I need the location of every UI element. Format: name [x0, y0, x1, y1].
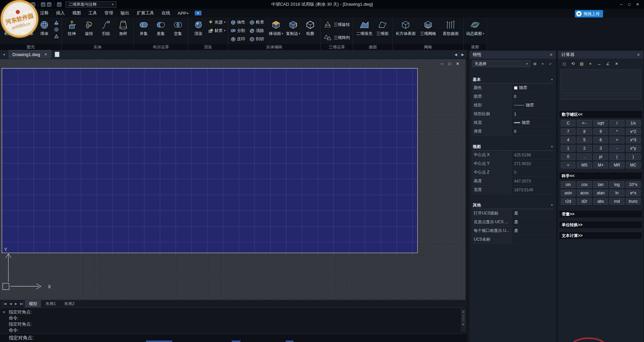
property-value[interactable]: 447.0073: [511, 177, 554, 185]
distance-icon[interactable]: ↔: [596, 61, 602, 67]
plot-preview-icon[interactable]: [57, 2, 61, 7]
dynamic-orbit-button[interactable]: 动态观察▾: [465, 18, 485, 44]
render-button[interactable]: 渲染: [190, 18, 207, 44]
last-layout-icon[interactable]: ▶|: [19, 302, 25, 305]
menu-item-view[interactable]: 视图: [68, 9, 85, 17]
calc-key-close-paren[interactable]: ): [626, 153, 641, 160]
calc-key-9[interactable]: 9: [593, 128, 608, 135]
tab-list-dropdown-icon[interactable]: ▾: [3, 53, 5, 56]
redo-icon[interactable]: [47, 2, 51, 7]
imprint-button[interactable]: 压印: [230, 35, 248, 43]
calc-key-clear[interactable]: C: [561, 120, 576, 127]
calc-key-acos[interactable]: acos: [577, 190, 592, 196]
property-value[interactable]: 是: [511, 227, 554, 235]
calc-key-memory-clear[interactable]: MC: [626, 162, 641, 168]
maximize-button[interactable]: □: [628, 2, 631, 7]
calc-key-atan[interactable]: atan: [593, 190, 608, 196]
calc-key-minus[interactable]: -: [609, 145, 624, 152]
tab-model[interactable]: 模型: [25, 300, 41, 308]
section-button[interactable]: 剖切: [248, 35, 267, 43]
prev-layout-icon[interactable]: ◀: [8, 302, 13, 305]
shell-button[interactable]: 抽壳: [230, 18, 248, 27]
text-calc-section-header[interactable]: 文本计算>>: [559, 232, 642, 239]
extrude-button[interactable]: 拉伸: [63, 18, 80, 44]
property-value[interactable]: 随层: [511, 84, 554, 92]
calc-key-plus[interactable]: +: [609, 137, 624, 143]
viewport-rectangle[interactable]: [2, 68, 418, 253]
calc-key-ln[interactable]: ln: [609, 190, 624, 196]
property-value[interactable]: 是: [511, 209, 554, 217]
panel-splitter-arrows[interactable]: ◀▶: [455, 52, 467, 57]
calc-key-3[interactable]: 3: [593, 145, 608, 152]
calc-key-cube[interactable]: x^3: [626, 137, 641, 143]
calc-key-ex[interactable]: e^x: [626, 190, 641, 196]
3d-face-button[interactable]: 三维面: [374, 18, 391, 44]
close-properties-icon[interactable]: ✕: [550, 53, 553, 57]
menu-item-manage[interactable]: 管理: [101, 9, 117, 17]
calc-key-power[interactable]: x^y: [626, 145, 641, 152]
property-value[interactable]: 0: [511, 168, 554, 177]
collapse-left-icon[interactable]: ◀: [455, 53, 457, 56]
unit-conversion-section-header[interactable]: 单位转换>>: [559, 222, 642, 228]
calc-key-8[interactable]: 8: [577, 128, 592, 135]
calc-key-equals[interactable]: =: [561, 162, 576, 168]
move-face-button[interactable]: 移动面▾: [268, 18, 284, 44]
calc-key-memory-store[interactable]: MS: [577, 162, 592, 168]
calc-key-4[interactable]: 4: [561, 137, 576, 143]
drag-upload-button[interactable]: 拖拽上传: [575, 10, 603, 17]
variables-section-header[interactable]: 变量>>: [559, 211, 642, 217]
2d-fill-button[interactable]: 二维填充: [355, 18, 374, 44]
section-header[interactable]: 其他 ▾: [472, 202, 554, 209]
box-surface-button[interactable]: 长方体表面: [395, 18, 417, 44]
calc-key-r2d[interactable]: r2d: [561, 198, 576, 205]
scrollbar-thumb[interactable]: [462, 314, 465, 322]
property-value[interactable]: 1673.5149: [511, 186, 554, 194]
sweep-button[interactable]: 扫掠: [98, 18, 114, 44]
menu-item-express-tools[interactable]: 扩展工具: [133, 9, 158, 17]
close-calculator-icon[interactable]: ✕: [637, 53, 640, 57]
numpad-section-header[interactable]: 数字键区<<: [559, 111, 642, 118]
calc-key-reciprocal[interactable]: 1/x: [626, 120, 641, 127]
calc-key-sqrt[interactable]: sqrt: [593, 120, 608, 127]
menu-item-output[interactable]: 输出: [117, 9, 133, 17]
calc-key-open-paren[interactable]: (: [609, 153, 624, 160]
calc-key-d2r[interactable]: d2r: [577, 198, 592, 205]
calc-key-memory-add[interactable]: M+: [593, 162, 608, 168]
calc-key-10x[interactable]: 10^x: [626, 181, 641, 188]
section-header[interactable]: 视图 ▾: [472, 143, 554, 151]
workspace-dropdown[interactable]: 二维草图与注释 ▾: [65, 1, 117, 8]
clear-icon[interactable]: ◻: [561, 61, 567, 67]
calc-key-memory-recall[interactable]: MR: [609, 162, 624, 168]
close-button[interactable]: ✕: [636, 2, 639, 7]
calc-key-square[interactable]: x^2: [626, 128, 641, 135]
rotate-3d-button[interactable]: 三维旋转: [322, 18, 351, 31]
menu-item-tools[interactable]: 工具: [85, 9, 101, 17]
check-button[interactable]: 检查: [248, 18, 267, 27]
menu-item-online[interactable]: 在线: [158, 9, 174, 17]
new-drawing-tab-button[interactable]: [55, 52, 59, 57]
calc-key-1[interactable]: 1: [561, 145, 576, 152]
property-value[interactable]: 0: [511, 92, 554, 101]
drawing-canvas[interactable]: ─ □ ✕ Y X: [0, 59, 465, 300]
selection-dropdown[interactable]: 无选择 ▾: [472, 60, 530, 67]
select-objects-icon[interactable]: ⌖: [540, 61, 546, 67]
separate-button[interactable]: 分割: [230, 27, 248, 35]
viewport-close-icon[interactable]: ✕: [456, 61, 459, 66]
property-value[interactable]: 0: [511, 127, 554, 136]
calc-key-decimal[interactable]: .: [577, 153, 592, 160]
ruled-surface-button[interactable]: 直纹曲面: [440, 18, 462, 44]
scientific-section-header[interactable]: 科学<<: [559, 173, 642, 179]
property-value[interactable]: 271.9033: [511, 159, 554, 168]
calc-key-0[interactable]: 0: [561, 153, 576, 160]
calc-key-log[interactable]: log: [609, 181, 624, 188]
close-tab-icon[interactable]: ✕: [44, 52, 47, 57]
angle-icon[interactable]: ∠: [605, 61, 611, 67]
calc-key-cos[interactable]: cos: [577, 181, 592, 188]
section-header[interactable]: 基本 ▾: [472, 76, 554, 84]
tab-layout1[interactable]: 布局1: [41, 300, 60, 308]
collapse-right-icon[interactable]: ▶: [461, 53, 464, 56]
message-icon[interactable]: ▾: [195, 11, 201, 15]
calc-key-abs[interactable]: abs: [593, 198, 608, 205]
property-value[interactable]: 随层: [511, 101, 554, 109]
calc-key-2[interactable]: 2: [577, 145, 592, 152]
